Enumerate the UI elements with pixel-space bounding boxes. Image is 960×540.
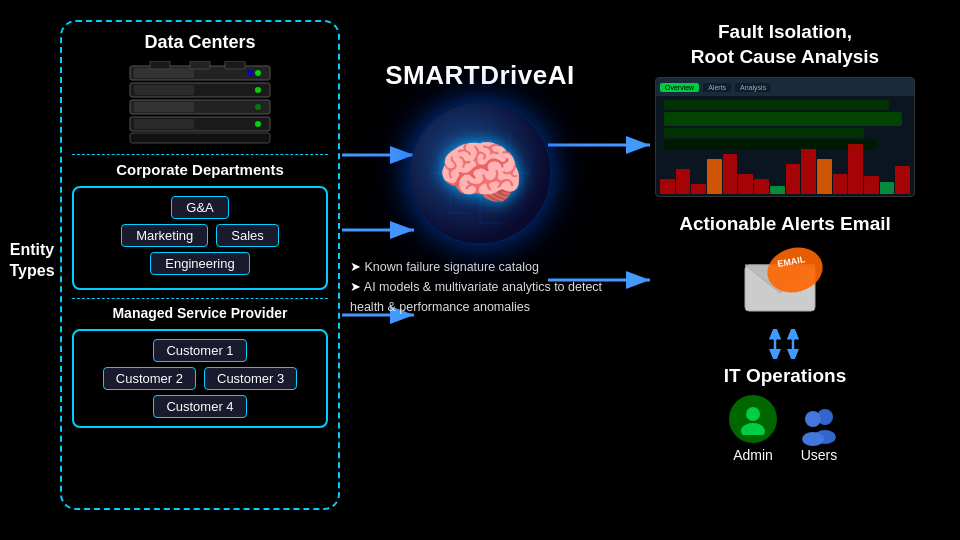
dept-sales: Sales	[216, 224, 279, 247]
customer-row-2: Customer 2 Customer 3	[103, 367, 297, 390]
users-person: Users	[797, 403, 841, 463]
it-ops-title: IT Operations	[640, 365, 930, 387]
svg-point-12	[255, 121, 261, 127]
dash-tab-active: Overview	[660, 83, 699, 92]
customer-row-1: Customer 1	[153, 339, 246, 362]
dash-header: Overview Alerts Analysis	[656, 78, 914, 96]
dash-chart	[656, 141, 914, 196]
customer-row-3: Customer 4	[153, 395, 246, 418]
bar-14	[864, 176, 879, 194]
admin-icon	[729, 395, 777, 443]
bullet-1: Known failure signature catalog	[350, 257, 610, 277]
dash-row-2	[664, 112, 902, 126]
bar-5	[723, 154, 738, 194]
svg-rect-13	[130, 133, 270, 143]
dash-row-1	[664, 100, 889, 110]
bar-2	[676, 169, 691, 194]
svg-rect-5	[134, 85, 194, 95]
dept-marketing: Marketing	[121, 224, 208, 247]
msp-title: Managed Service Provider	[72, 305, 328, 321]
svg-point-3	[247, 70, 253, 76]
users-label: Users	[797, 447, 841, 463]
center-area: SMARTDriveAI 🧠 Known failure signature c…	[340, 60, 620, 317]
customer-grid: Customer 1 Customer 2 Customer 3 Custome…	[80, 339, 320, 418]
customer-1: Customer 1	[153, 339, 246, 362]
bar-15	[880, 182, 895, 194]
brain-icon: 🧠	[410, 103, 550, 243]
msp-box: Customer 1 Customer 2 Customer 3 Custome…	[72, 329, 328, 428]
customer-3: Customer 3	[204, 367, 297, 390]
svg-point-52	[741, 423, 765, 435]
alerts-title: Actionable Alerts Email	[640, 213, 930, 235]
bar-9	[786, 164, 801, 194]
right-panel: Fault Isolation, Root Cause Analysis Ove…	[640, 20, 930, 463]
email-icon-wrap: EMAIL	[640, 245, 930, 319]
admin-person: Admin	[729, 395, 777, 463]
dept-engineering: Engineering	[150, 252, 249, 275]
svg-point-9	[255, 104, 261, 110]
divider-1	[72, 154, 328, 155]
bar-16	[895, 166, 910, 194]
admin-svg	[737, 403, 769, 435]
bullet-2: AI models & multivariate analytics to de…	[350, 277, 610, 317]
svg-rect-14	[150, 61, 170, 69]
v-arrows-area	[640, 329, 930, 359]
users-icon-group	[797, 403, 841, 447]
svg-point-51	[746, 407, 760, 421]
bar-11	[817, 159, 832, 194]
users-svg	[797, 403, 841, 447]
bar-4	[707, 159, 722, 194]
customer-4: Customer 4	[153, 395, 246, 418]
svg-point-56	[802, 432, 824, 446]
bar-13	[848, 144, 863, 194]
dash-tab-2: Alerts	[703, 83, 731, 92]
dash-tab-3: Analysis	[735, 83, 771, 92]
dept-gna: G&A	[171, 196, 228, 219]
bar-8	[770, 186, 785, 194]
data-centers-title: Data Centers	[72, 32, 328, 53]
bar-12	[833, 174, 848, 194]
corp-dept-title: Corporate Departments	[72, 161, 328, 178]
brain-emoji: 🧠	[437, 132, 524, 214]
svg-rect-16	[225, 61, 245, 69]
divider-2	[72, 298, 328, 299]
svg-point-55	[805, 411, 821, 427]
admin-label: Admin	[729, 447, 777, 463]
entity-types-label: Entity Types	[8, 240, 56, 282]
bar-7	[754, 179, 769, 194]
bar-6	[738, 174, 753, 194]
v-arrows-svg	[755, 329, 815, 359]
svg-point-6	[255, 87, 261, 93]
dept-box: G&A Marketing Sales Engineering	[72, 186, 328, 290]
svg-rect-15	[190, 61, 210, 69]
it-ops-icons: Admin Users	[640, 395, 930, 463]
bar-1	[660, 179, 675, 194]
bar-10	[801, 149, 816, 194]
svg-point-2	[255, 70, 261, 76]
smartdrive-title: SMARTDriveAI	[340, 60, 620, 91]
customer-2: Customer 2	[103, 367, 196, 390]
dept-row-3: Engineering	[80, 252, 320, 275]
email-icon: EMAIL	[740, 245, 830, 315]
dashboard-preview: Overview Alerts Analysis	[655, 77, 915, 197]
server-rack-icon	[110, 61, 290, 146]
dash-row-3	[664, 128, 864, 138]
bullet-text-area: Known failure signature catalog AI model…	[340, 257, 620, 317]
fault-title: Fault Isolation, Root Cause Analysis	[640, 20, 930, 69]
svg-rect-8	[134, 102, 194, 112]
left-panel: Data Centers Corporate Departments G&A M…	[60, 20, 340, 510]
bar-3	[691, 184, 706, 194]
svg-rect-11	[134, 119, 194, 129]
dept-row-1: G&A	[80, 196, 320, 219]
dept-row-2: Marketing Sales	[80, 224, 320, 247]
